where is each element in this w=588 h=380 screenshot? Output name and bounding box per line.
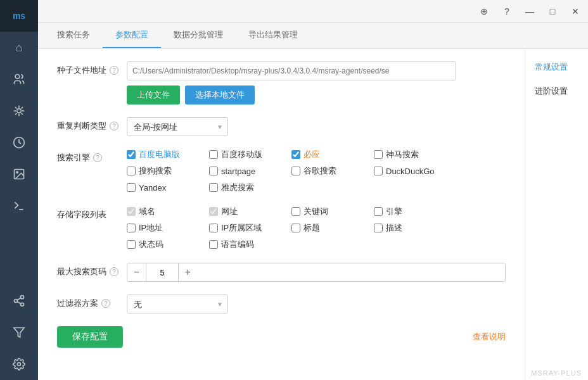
filter-label: 过滤器方案 ?: [57, 294, 127, 309]
fields-controls: 域名 网址 关键词 引擎: [127, 206, 506, 250]
field-ip-region-label[interactable]: IP所属区域: [221, 222, 262, 234]
right-menu-advanced[interactable]: 进阶设置: [525, 79, 588, 103]
filter-help-icon[interactable]: ?: [101, 299, 110, 308]
max-pages-input[interactable]: [146, 263, 178, 282]
help-link[interactable]: 查看说明: [473, 331, 506, 343]
engine-google: 谷歌搜索: [291, 165, 368, 177]
fields-checkbox-group: 域名 网址 关键词 引擎: [127, 206, 506, 250]
right-menu-normal[interactable]: 常规设置: [525, 55, 588, 79]
engine-duckduckgo-checkbox[interactable]: [374, 167, 383, 175]
engine-baidu-mobile-checkbox[interactable]: [209, 150, 218, 159]
tab-export-result[interactable]: 导出结果管理: [236, 23, 310, 48]
seed-file-row: 种子文件地址 ? 上传文件 选择本地文件: [57, 61, 506, 104]
engine-help-icon[interactable]: ?: [93, 153, 102, 162]
field-ip-region-checkbox[interactable]: [209, 224, 218, 232]
field-ip-region: IP所属区域: [209, 222, 285, 234]
field-status-checkbox[interactable]: [127, 240, 136, 249]
sidebar-item-settings[interactable]: [0, 348, 38, 380]
upload-file-button[interactable]: 上传文件: [127, 86, 180, 104]
engine-shenma-label[interactable]: 神马搜索: [386, 149, 419, 160]
field-desc-label[interactable]: 描述: [386, 222, 402, 234]
filter-select-wrap: 无 方案1 方案2 ▼: [127, 294, 228, 314]
engine-biyong-checkbox[interactable]: [291, 150, 300, 159]
svg-line-8: [15, 113, 16, 115]
field-ip-checkbox[interactable]: [127, 224, 136, 232]
tab-search-task[interactable]: 搜索任务: [44, 23, 103, 48]
engine-google-label[interactable]: 谷歌搜索: [304, 165, 336, 177]
field-keyword-checkbox[interactable]: [291, 207, 300, 216]
tab-param-config[interactable]: 参数配置: [103, 23, 161, 48]
engine-baidu-pc-label[interactable]: 百度电脑版: [139, 149, 180, 160]
max-pages-help-icon[interactable]: ?: [110, 267, 118, 276]
save-config-button[interactable]: 保存配置: [57, 326, 123, 348]
field-charset-label[interactable]: 语言编码: [221, 239, 254, 250]
fields-label: 存储字段列表: [57, 206, 127, 220]
sidebar-item-users[interactable]: [0, 63, 38, 95]
sidebar-item-clock[interactable]: [0, 127, 38, 158]
svg-marker-19: [14, 328, 25, 338]
engine-duckduckgo-label[interactable]: DuckDuckGo: [386, 167, 435, 176]
duplicate-help-icon[interactable]: ?: [110, 122, 118, 130]
sidebar-item-spider[interactable]: [0, 95, 38, 127]
seed-file-input[interactable]: [127, 61, 456, 80]
engine-yandex-label[interactable]: Yandex: [139, 183, 166, 193]
stepper-minus-button[interactable]: −: [127, 263, 146, 282]
field-status: 状态码: [127, 239, 203, 250]
engine-shenma-checkbox[interactable]: [374, 150, 383, 159]
sidebar-item-image[interactable]: [0, 158, 38, 190]
maximize-btn[interactable]: □: [545, 4, 560, 19]
svg-point-1: [17, 109, 22, 113]
duplicate-label: 重复判断类型 ?: [57, 117, 127, 132]
field-keyword-label[interactable]: 关键词: [304, 206, 328, 217]
field-url-checkbox[interactable]: [209, 207, 218, 216]
engine-baidu-mobile: 百度移动版: [209, 149, 285, 160]
engine-google-checkbox[interactable]: [291, 167, 300, 175]
filter-select[interactable]: 无 方案1 方案2: [127, 294, 228, 314]
sidebar-item-home[interactable]: ⌂: [0, 32, 38, 63]
field-ip-label[interactable]: IP地址: [139, 222, 163, 234]
duplicate-select[interactable]: 全局-按网址 全局-按域名 任务-按网址 任务-按域名: [127, 117, 228, 136]
field-title-checkbox[interactable]: [291, 224, 300, 232]
engine-shenma: 神马搜索: [374, 149, 450, 160]
engine-yahoo-label[interactable]: 雅虎搜索: [221, 182, 254, 193]
field-engine: 引擎: [374, 206, 450, 217]
field-desc-checkbox[interactable]: [374, 224, 383, 232]
field-url-label[interactable]: 网址: [221, 206, 238, 217]
field-domain-checkbox[interactable]: [127, 207, 136, 216]
duplicate-select-wrap: 全局-按网址 全局-按域名 任务-按网址 任务-按域名 ▼: [127, 117, 228, 136]
stepper-plus-button[interactable]: +: [178, 263, 197, 282]
local-file-button[interactable]: 选择本地文件: [185, 86, 255, 104]
field-engine-label[interactable]: 引擎: [386, 206, 402, 217]
field-domain-label[interactable]: 域名: [139, 206, 155, 217]
engine-yandex: Yandex: [127, 182, 203, 193]
field-title-label[interactable]: 标题: [304, 222, 320, 234]
help-btn[interactable]: ?: [499, 4, 514, 19]
field-title: 标题: [291, 222, 368, 234]
engine-baidu-mobile-label[interactable]: 百度移动版: [221, 149, 262, 160]
seed-file-help-icon[interactable]: ?: [110, 66, 118, 75]
engine-yahoo-checkbox[interactable]: [209, 183, 218, 192]
engine-sougou-checkbox[interactable]: [127, 167, 136, 175]
field-engine-checkbox[interactable]: [374, 207, 383, 216]
engine-startpage: startpage: [209, 165, 285, 177]
engine-yandex-checkbox[interactable]: [127, 183, 136, 192]
sidebar-item-share[interactable]: [0, 285, 38, 317]
field-charset-checkbox[interactable]: [209, 240, 218, 249]
engine-startpage-label[interactable]: startpage: [221, 167, 255, 176]
sidebar-item-filter[interactable]: [0, 317, 38, 348]
move-btn[interactable]: ⊕: [476, 4, 492, 19]
seed-file-controls: 上传文件 选择本地文件: [127, 61, 506, 104]
engine-baidu-pc-checkbox[interactable]: [127, 150, 136, 159]
engine-sougou-label[interactable]: 搜狗搜索: [139, 165, 172, 177]
field-status-label[interactable]: 状态码: [139, 239, 163, 250]
minimize-btn[interactable]: —: [522, 4, 537, 19]
engine-startpage-checkbox[interactable]: [209, 167, 218, 175]
close-btn[interactable]: ✕: [568, 4, 583, 19]
tab-data-batch[interactable]: 数据分批管理: [161, 23, 236, 48]
engine-biyong-label[interactable]: 必应: [304, 149, 320, 160]
sidebar-item-terminal[interactable]: [0, 190, 38, 222]
engine-label: 搜索引擎 ?: [57, 149, 127, 163]
svg-point-15: [15, 300, 18, 303]
content-area: 种子文件地址 ? 上传文件 选择本地文件 重复判断类型 ?: [38, 49, 588, 380]
engine-sougou: 搜狗搜索: [127, 165, 203, 177]
